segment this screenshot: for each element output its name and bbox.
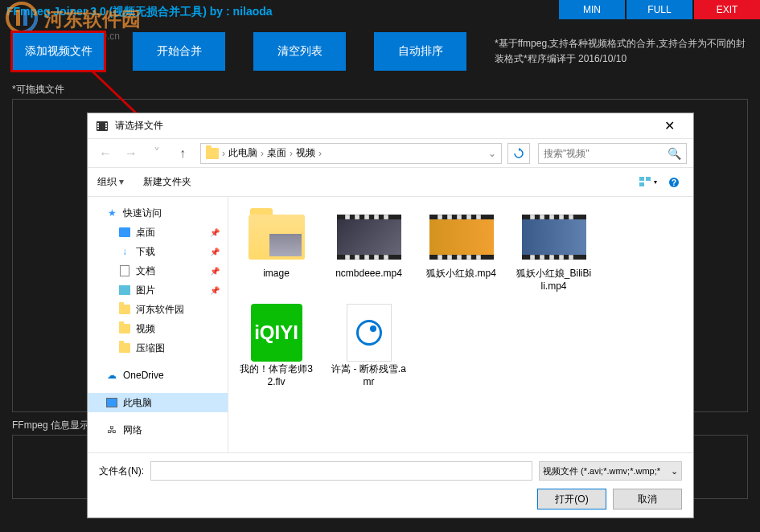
- sidebar-this-pc[interactable]: 此电脑: [88, 393, 228, 412]
- file-area[interactable]: image ncmbdeee.mp4 狐妖小红娘.mp4 狐妖小红娘_BiliB…: [228, 197, 693, 452]
- open-button[interactable]: 打开(O): [537, 489, 606, 509]
- dialog-toolbar: 组织 ▾ 新建文件夹 ▾ ?: [88, 168, 693, 197]
- cloud-icon: ☁: [105, 369, 118, 382]
- breadcrumb-desktop[interactable]: 桌面: [267, 146, 286, 160]
- breadcrumb-video[interactable]: 视频: [296, 146, 315, 160]
- video-thumb-icon: [522, 215, 586, 260]
- dropdown-icon: ▾: [119, 176, 124, 187]
- toolbar-info-text: *基于ffmpeg,支持各种视频格式的合并,支持合并为不同的封装格式*程序编译于…: [495, 32, 748, 67]
- svg-rect-8: [97, 125, 99, 127]
- sidebar-pictures[interactable]: 图片 📌: [88, 280, 228, 300]
- sidebar-documents[interactable]: 文档 📌: [88, 261, 228, 280]
- add-video-button[interactable]: 添加视频文件: [12, 32, 105, 71]
- new-folder-button[interactable]: 新建文件夹: [143, 175, 191, 189]
- breadcrumb-bar[interactable]: › 此电脑 › 桌面 › 视频 › ⌄: [200, 143, 502, 164]
- dialog-body: ★ 快速访问 桌面 📌 ↓ 下载 📌 文档 📌 图片 📌: [88, 197, 693, 452]
- folder-icon: [119, 305, 130, 314]
- file-item-folder[interactable]: image: [238, 211, 314, 293]
- filename-input[interactable]: [150, 461, 532, 481]
- picture-icon: [119, 285, 130, 295]
- svg-rect-10: [105, 123, 107, 125]
- svg-rect-14: [639, 177, 644, 181]
- nav-recent-button[interactable]: ˅: [146, 142, 168, 165]
- sidebar-desktop[interactable]: 桌面 📌: [88, 223, 228, 242]
- svg-rect-15: [646, 177, 651, 181]
- sidebar-onedrive[interactable]: ☁ OneDrive: [88, 366, 228, 385]
- chevron-right-icon: ›: [290, 148, 293, 159]
- filename-label: 文件名(N):: [99, 464, 144, 478]
- view-options-button[interactable]: ▾: [639, 174, 658, 191]
- chevron-right-icon: ›: [261, 148, 264, 159]
- file-item-flv[interactable]: iQIYI 我的！体育老师32.flv: [238, 307, 314, 388]
- view-icon: [639, 177, 652, 188]
- video-thumb-icon: [337, 215, 401, 260]
- window-controls: MIN FULL EXIT: [559, 0, 760, 24]
- auto-sort-button[interactable]: 自动排序: [374, 32, 466, 71]
- cancel-button[interactable]: 取消: [613, 489, 682, 509]
- search-icon: 🔍: [668, 147, 681, 160]
- svg-text:?: ?: [672, 178, 676, 187]
- folder-icon: [249, 215, 305, 260]
- folder-icon: [119, 343, 130, 353]
- chevron-down-icon: ⌄: [671, 466, 678, 477]
- dialog-title-text: 请选择文件: [115, 119, 653, 133]
- svg-rect-9: [97, 128, 99, 129]
- sidebar-network[interactable]: 🖧 网络: [88, 420, 228, 440]
- file-item-audio[interactable]: 许嵩 - 断桥残雪.amr: [331, 307, 407, 388]
- help-icon: ?: [668, 177, 680, 188]
- dialog-app-icon: [96, 120, 109, 133]
- file-item-video[interactable]: ncmbdeee.mp4: [331, 211, 407, 293]
- file-item-video[interactable]: 狐妖小红娘.mp4: [423, 211, 499, 293]
- organize-menu[interactable]: 组织 ▾: [97, 175, 124, 189]
- watermark-text: 河东软件园: [44, 6, 141, 32]
- desktop-icon: [119, 227, 130, 237]
- search-box[interactable]: 🔍: [538, 143, 687, 164]
- clear-list-button[interactable]: 清空列表: [253, 32, 346, 71]
- file-item-video[interactable]: 狐妖小红娘_BiliBili.mp4: [516, 211, 592, 293]
- audio-icon: [347, 304, 392, 362]
- exit-button[interactable]: EXIT: [694, 0, 760, 19]
- dropdown-icon: ▾: [654, 178, 657, 186]
- download-icon: ↓: [118, 245, 131, 258]
- pc-icon: [106, 398, 117, 407]
- search-input[interactable]: [544, 148, 681, 159]
- folder-icon: [206, 148, 219, 159]
- pin-icon: 📌: [210, 286, 220, 295]
- start-merge-button[interactable]: 开始合并: [133, 32, 225, 71]
- svg-rect-16: [639, 182, 644, 186]
- network-icon: 🖧: [105, 424, 118, 436]
- help-button[interactable]: ?: [664, 174, 684, 191]
- sidebar-video[interactable]: 视频: [88, 319, 228, 338]
- iqiyi-icon: iQIYI: [251, 304, 302, 362]
- dialog-close-button[interactable]: ✕: [653, 115, 685, 137]
- pin-icon: 📌: [210, 267, 220, 276]
- nav-up-button[interactable]: ↑: [171, 142, 194, 165]
- dialog-sidebar: ★ 快速访问 桌面 📌 ↓ 下载 📌 文档 📌 图片 📌: [88, 197, 228, 452]
- nav-forward-button[interactable]: →: [120, 142, 142, 165]
- sidebar-hedong[interactable]: 河东软件园: [88, 300, 228, 319]
- folder-icon: [119, 324, 130, 334]
- chevron-right-icon: ›: [318, 148, 322, 159]
- breadcrumb-pc[interactable]: 此电脑: [228, 146, 257, 160]
- pin-icon: 📌: [210, 248, 220, 256]
- fullscreen-button[interactable]: FULL: [626, 0, 692, 19]
- svg-rect-3: [23, 10, 27, 26]
- svg-rect-11: [105, 125, 107, 127]
- nav-back-button[interactable]: ←: [94, 142, 117, 165]
- watermark-logo-icon: [4, 0, 40, 36]
- svg-rect-2: [16, 10, 20, 26]
- sidebar-downloads[interactable]: ↓ 下载 📌: [88, 242, 228, 261]
- chevron-down-icon[interactable]: ⌄: [488, 148, 496, 159]
- minimize-button[interactable]: MIN: [559, 0, 625, 19]
- dialog-footer: 文件名(N): 视频文件 (*.avi;*.wmv;*.wmp;* ⌄ 打开(O…: [88, 452, 693, 518]
- refresh-button[interactable]: [507, 143, 530, 164]
- file-filter-dropdown[interactable]: 视频文件 (*.avi;*.wmv;*.wmp;* ⌄: [539, 461, 682, 481]
- sidebar-compressed[interactable]: 压缩图: [88, 338, 228, 358]
- star-icon: ★: [105, 207, 118, 219]
- dialog-title-bar: 请选择文件 ✕: [88, 113, 693, 139]
- dialog-nav-bar: ← → ˅ ↑ › 此电脑 › 桌面 › 视频 › ⌄ 🔍: [88, 139, 693, 168]
- document-icon: [120, 265, 129, 276]
- svg-rect-7: [97, 123, 99, 125]
- sidebar-quick-access[interactable]: ★ 快速访问: [88, 203, 228, 223]
- drag-area-label: *可拖拽文件: [0, 79, 760, 99]
